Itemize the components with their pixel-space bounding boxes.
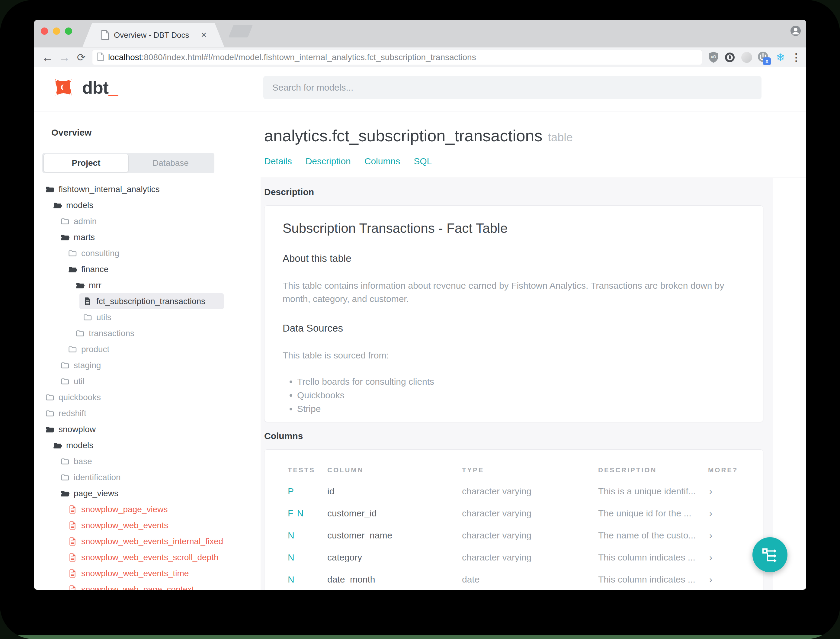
anchor-link[interactable]: SQL — [414, 156, 432, 166]
tree-item[interactable]: page_views — [57, 485, 224, 501]
tree-item[interactable]: identification — [57, 469, 224, 485]
doc-about-text: This table contains information about re… — [283, 279, 738, 305]
tree-item[interactable]: util — [57, 373, 224, 389]
tree-item-label: admin — [74, 216, 97, 226]
tree-item-label: redshift — [59, 409, 86, 418]
source-toggle-segment[interactable]: Database — [128, 154, 213, 172]
browser-profile-avatar[interactable] — [791, 25, 801, 36]
page-favicon-icon — [101, 30, 109, 40]
tree-item-label: page_views — [74, 489, 118, 498]
tree-item-icon — [60, 457, 70, 466]
cell-tests: N — [288, 552, 327, 563]
tree-item[interactable]: snowplow_web_events_scroll_depth — [64, 549, 224, 565]
cell-column-name: customer_name — [327, 530, 462, 540]
anchor-link[interactable]: Details — [264, 156, 292, 166]
tab-close-icon[interactable]: ✕ — [201, 31, 207, 39]
tree-item[interactable]: snowplow_web_events_internal_fixed — [64, 533, 224, 549]
power-extension-icon[interactable]: x — [756, 48, 770, 67]
expand-row-chevron-icon[interactable]: › — [708, 508, 763, 518]
doc-title: Subscription Transactions - Fact Table — [283, 221, 745, 236]
new-tab-button[interactable] — [229, 25, 253, 37]
tree-item[interactable]: snowplow — [42, 421, 224, 437]
forward-button[interactable]: → — [58, 48, 71, 67]
extension-badge: x — [763, 57, 771, 65]
col-header-tests: TESTS — [288, 466, 327, 474]
column-row[interactable]: P id character varying This is a unique … — [288, 480, 763, 502]
tree-item-label: models — [66, 440, 93, 450]
tree-item-label: snowplow_web_events_internal_fixed — [81, 537, 223, 546]
onepassword-extension-icon[interactable] — [723, 48, 737, 67]
browser-window: Overview - DBT Docs ✕ ← → ⟳ localhost:80… — [34, 20, 806, 590]
col-header-more: MORE? — [708, 466, 763, 474]
source-toggle-segment[interactable]: Project — [44, 154, 128, 172]
tree-item[interactable]: snowplow_web_page_context — [64, 581, 224, 590]
tree-item-label: mrr — [89, 281, 102, 290]
tree-item[interactable]: snowplow_page_views — [64, 501, 224, 517]
cell-type: character varying — [462, 486, 598, 496]
tree-item[interactable]: base — [57, 453, 224, 469]
tree-item[interactable]: mrr — [72, 277, 224, 293]
address-bar[interactable]: localhost:8080/index.html#!/model/model.… — [92, 50, 702, 65]
tree-item-icon — [68, 249, 77, 258]
snowflake-extension-icon[interactable]: ❄ — [774, 48, 787, 67]
tree-item[interactable]: models — [49, 437, 224, 453]
column-row[interactable]: F N customer_id character varying The un… — [288, 502, 763, 524]
doc-source-item: Quickbooks — [297, 388, 745, 402]
col-header-type: TYPE — [462, 466, 598, 474]
cell-column-name: customer_id — [327, 508, 462, 518]
tree-item[interactable]: admin — [57, 213, 224, 229]
browser-menu-icon[interactable]: ⋮ — [789, 48, 803, 67]
ublock-extension-icon[interactable]: uO — [707, 48, 720, 67]
extension-icon[interactable] — [740, 48, 753, 67]
back-button[interactable]: ← — [41, 48, 54, 67]
anchor-link[interactable]: Description — [306, 156, 351, 166]
cell-description: This is a unique identif... — [598, 486, 708, 496]
window-zoom-button[interactable] — [65, 27, 72, 35]
lineage-graph-button[interactable] — [753, 537, 788, 572]
tree-item-icon — [60, 361, 70, 370]
anchor-link[interactable]: Columns — [364, 156, 400, 166]
tree-item-label: transactions — [89, 329, 134, 338]
tree-item[interactable]: consulting — [64, 245, 224, 261]
tree-item[interactable]: transactions — [72, 325, 224, 341]
column-row[interactable]: N customer_name character varying The na… — [288, 524, 763, 546]
refresh-button[interactable]: ⟳ — [75, 48, 88, 67]
tree-item[interactable]: staging — [57, 357, 224, 373]
cell-description: This column indicates ... — [598, 574, 708, 585]
sidebar-overview-link[interactable]: Overview — [51, 127, 260, 138]
column-row[interactable]: N category character varying This column… — [288, 546, 763, 568]
expand-row-chevron-icon[interactable]: › — [708, 574, 763, 585]
tree-item[interactable]: finance — [64, 261, 224, 277]
dbt-logo[interactable]: dbt_ — [51, 75, 118, 99]
window-close-button[interactable] — [41, 27, 48, 35]
tree-item[interactable]: redshift — [42, 405, 224, 421]
tree-item-label: fct_subscription_transactions — [96, 297, 205, 306]
cell-tests: P — [288, 486, 327, 496]
expand-row-chevron-icon[interactable]: › — [708, 486, 763, 496]
tree-item[interactable]: product — [64, 341, 224, 357]
page-icon — [97, 52, 104, 62]
tree-item[interactable]: snowplow_web_events_time — [64, 565, 224, 581]
tree-item-label: util — [74, 377, 84, 386]
app-header: dbt_ — [34, 67, 806, 111]
tree-item[interactable]: fct_subscription_transactions — [79, 293, 224, 309]
expand-row-chevron-icon[interactable]: › — [708, 530, 763, 540]
browser-tab[interactable]: Overview - DBT Docs ✕ — [83, 23, 224, 47]
search-input[interactable] — [263, 76, 762, 99]
tree-item-label: snowplow_web_events — [81, 521, 168, 530]
tree-item[interactable]: marts — [57, 229, 224, 245]
tree-item-icon — [76, 281, 84, 290]
tree-item-icon — [45, 185, 54, 194]
cell-description: The name of the custo... — [598, 530, 708, 540]
tree-item[interactable]: models — [49, 197, 224, 213]
model-header: analytics.fct_subscription_transactions … — [260, 111, 806, 178]
column-row[interactable]: N date_month date This column indicates … — [288, 568, 763, 590]
cell-description: This column indicates ... — [598, 552, 708, 563]
tree-item[interactable]: quickbooks — [42, 389, 224, 405]
tree-item[interactable]: snowplow_web_events — [64, 517, 224, 533]
svg-text:uO: uO — [711, 55, 716, 59]
tree-item[interactable]: utils — [79, 309, 224, 325]
browser-tabstrip: Overview - DBT Docs ✕ — [34, 20, 806, 48]
window-minimize-button[interactable] — [53, 27, 60, 35]
tree-item[interactable]: fishtown_internal_analytics — [42, 181, 224, 197]
